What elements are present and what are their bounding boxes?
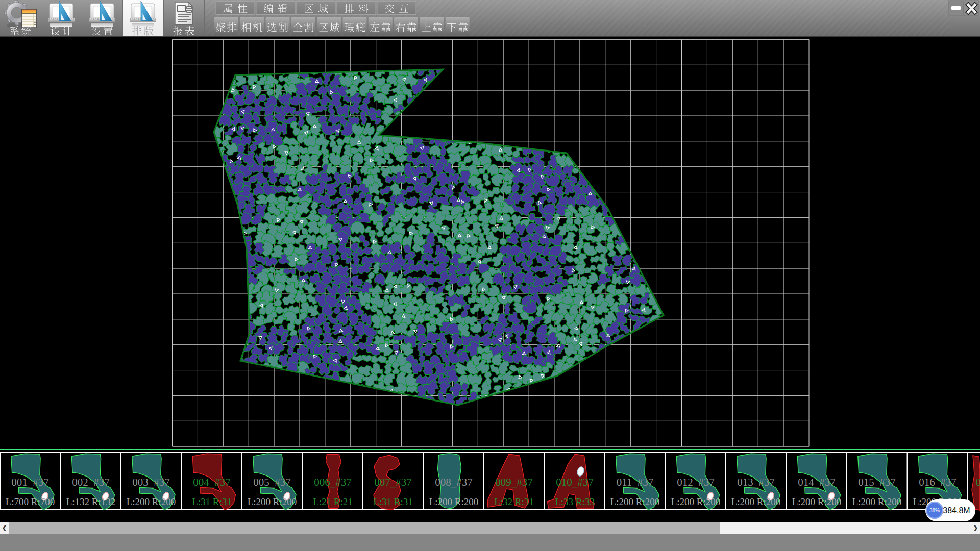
svg-text:012_#37: 012_#37: [677, 476, 715, 488]
svg-text:0: 0: [976, 476, 980, 488]
svg-text:004_#37: 004_#37: [193, 476, 231, 488]
svg-text:015_#37: 015_#37: [858, 476, 896, 488]
svg-text:38%: 38%: [929, 508, 940, 513]
svg-text:384.8M: 384.8M: [943, 506, 970, 515]
svg-text:L:200 R:200: L:200 R:200: [248, 496, 297, 507]
svg-text:010_#37: 010_#37: [556, 476, 594, 488]
svg-text:008_#37: 008_#37: [435, 476, 473, 488]
svg-text:013_#37: 013_#37: [737, 476, 775, 488]
svg-text:007_#37: 007_#37: [374, 476, 412, 488]
svg-text:014_#37: 014_#37: [798, 476, 836, 488]
svg-text:011_#37: 011_#37: [617, 476, 654, 488]
svg-text:L:200 R:200: L:200 R:200: [671, 496, 721, 507]
svg-text:005_#37: 005_#37: [253, 476, 291, 488]
svg-text:L:21 R:21: L:21 R:21: [313, 496, 353, 507]
svg-text:016_#37: 016_#37: [919, 476, 957, 488]
svg-text:L:200 R:200: L:200 R:200: [127, 496, 176, 507]
svg-text:L:200 R:200: L:200 R:200: [610, 496, 660, 507]
svg-text:L:700 R:700: L:700 R:700: [6, 496, 55, 507]
svg-text:L:33 R:33: L:33 R:33: [555, 496, 595, 507]
svg-text:L:32 R:31: L:32 R:31: [494, 496, 534, 507]
svg-text:L:200 R:200: L:200 R:200: [792, 496, 842, 507]
svg-text:006_#37: 006_#37: [314, 476, 352, 488]
svg-text:001_#37: 001_#37: [11, 476, 49, 488]
svg-text:L:31 R:31: L:31 R:31: [192, 496, 232, 507]
svg-text:L:200 R:200: L:200 R:200: [429, 496, 479, 507]
svg-text:L:132 R:132: L:132 R:132: [66, 496, 116, 507]
svg-text:009_#37: 009_#37: [495, 476, 533, 488]
svg-text:002_#37: 002_#37: [72, 476, 110, 488]
svg-text:003_#37: 003_#37: [132, 476, 170, 488]
svg-text:L:200 R:200: L:200 R:200: [852, 496, 902, 507]
svg-text:L:31 R:31: L:31 R:31: [373, 496, 413, 507]
svg-text:L:200 R:200: L:200 R:200: [731, 496, 781, 507]
